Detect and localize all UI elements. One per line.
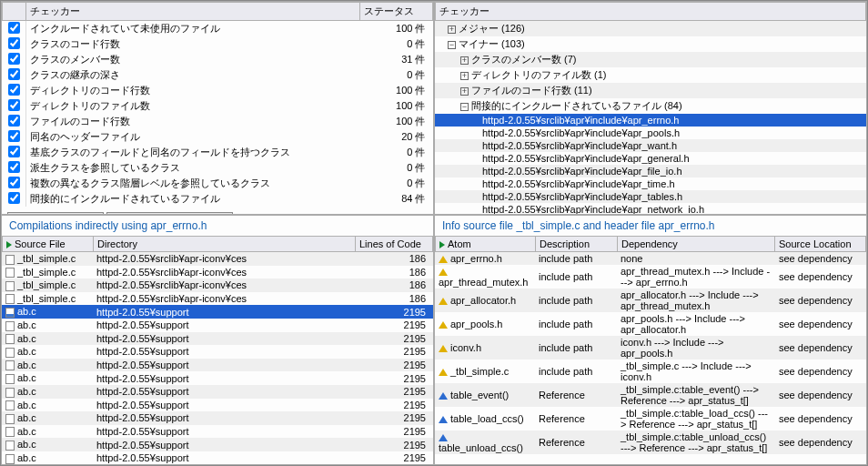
atom-icon — [439, 434, 448, 441]
checker-row[interactable]: 複数の異なるクラス階層レベルを参照しているクラス0 件 — [3, 176, 433, 191]
table-row[interactable]: apr_pools.hinclude pathapr_pools.h ---> … — [435, 312, 866, 336]
tree-item[interactable]: +メジャー (126) — [435, 21, 866, 36]
checker-status: 0 件 — [360, 176, 433, 191]
table-row[interactable]: table_event()Reference_tbl_simple.c:tabl… — [435, 383, 866, 407]
tree-label: httpd-2.0.55¥srclib¥apr¥include¥apr_pool… — [482, 127, 680, 138]
table-row[interactable]: ab.chttpd-2.0.55¥support2195 — [2, 411, 433, 425]
checker-label: 派生クラスを参照しているクラス — [25, 160, 360, 176]
table-row[interactable]: ab.chttpd-2.0.55¥support2195 — [2, 305, 433, 319]
checker-row[interactable]: クラスのコード行数0 件 — [3, 36, 433, 52]
tree-label: ファイルのコード行数 (11) — [471, 85, 592, 96]
info-table[interactable]: apr_errno.hinclude pathnonesee dependenc… — [435, 252, 866, 454]
checker-checkbox[interactable] — [8, 84, 20, 96]
tree-item[interactable]: httpd-2.0.55¥srclib¥apr¥include¥apr_netw… — [435, 203, 866, 214]
checker-row[interactable]: ディレクトリのファイル数100 件 — [3, 98, 433, 114]
expand-icon[interactable]: + — [460, 72, 469, 80]
checker-row[interactable]: 同名のヘッダーファイル20 件 — [3, 129, 433, 145]
table-row[interactable]: _tbl_simple.chttpd-2.0.55¥srclib¥apr-ico… — [2, 292, 433, 306]
checker-checkbox[interactable] — [8, 115, 20, 127]
tree-item[interactable]: −間接的にインクルードされているファイル (84) — [435, 98, 866, 114]
expand-icon[interactable]: + — [460, 56, 469, 65]
checker-status: 0 件 — [360, 160, 433, 176]
tree-item[interactable]: httpd-2.0.55¥srclib¥apr¥include¥apr_tabl… — [435, 190, 866, 203]
file-icon — [5, 281, 15, 291]
tree-item[interactable]: httpd-2.0.55¥srclib¥apr¥include¥apr_gene… — [435, 152, 866, 165]
table-row[interactable]: ab.chttpd-2.0.55¥support2195 — [2, 371, 433, 385]
file-icon — [5, 414, 15, 424]
info-title: Info source file _tbl_simple.c and heade… — [435, 216, 866, 236]
checker-checkbox[interactable] — [8, 146, 20, 157]
table-row[interactable]: ab.chttpd-2.0.55¥support2195 — [2, 399, 433, 412]
table-row[interactable]: ab.chttpd-2.0.55¥support2195 — [2, 319, 433, 332]
checker-status: 100 件 — [360, 114, 433, 129]
checker-checkbox[interactable] — [8, 68, 20, 80]
expand-icon[interactable]: − — [448, 41, 456, 49]
table-row[interactable]: _tbl_simple.chttpd-2.0.55¥srclib¥apr-ico… — [2, 279, 433, 292]
table-row[interactable]: _tbl_simple.chttpd-2.0.55¥srclib¥apr-ico… — [2, 266, 433, 279]
table-row[interactable]: apr_errno.hinclude pathnonesee dependenc… — [435, 252, 866, 265]
file-icon — [5, 294, 15, 304]
file-icon — [5, 427, 15, 437]
table-row[interactable]: ab.chttpd-2.0.55¥support2195 — [2, 345, 433, 359]
checker-status: 31 件 — [360, 52, 433, 67]
tree-item[interactable]: httpd-2.0.55¥srclib¥apr¥include¥apr_pool… — [435, 127, 866, 139]
tree-view[interactable]: +メジャー (126)−マイナー (103)+クラスのメンバー数 (7)+ディレ… — [435, 21, 866, 214]
table-row[interactable]: apr_allocator.hinclude pathapr_allocator… — [435, 289, 866, 312]
table-row[interactable]: ab.chttpd-2.0.55¥support2195 — [2, 425, 433, 439]
checker-row[interactable]: クラスの継承の深さ0 件 — [3, 67, 433, 83]
table-row[interactable]: table_load_ccs()Reference_tbl_simple.c:t… — [435, 407, 866, 431]
tree-item[interactable]: +クラスのメンバー数 (7) — [435, 52, 866, 67]
checker-row[interactable]: ディレクトリのコード行数100 件 — [3, 83, 433, 98]
file-icon — [5, 348, 15, 358]
tree-label: httpd-2.0.55¥srclib¥apr¥include¥apr_time… — [482, 178, 675, 189]
compilations-table[interactable]: _tbl_simple.chttpd-2.0.55¥srclib¥apr-ico… — [2, 252, 433, 464]
expand-icon[interactable]: + — [448, 25, 456, 34]
expand-icon[interactable]: + — [460, 87, 469, 96]
checker-checkbox[interactable] — [8, 37, 20, 49]
atom-icon — [439, 416, 448, 423]
checker-row[interactable]: 派生クラスを参照しているクラス0 件 — [3, 160, 433, 176]
tree-item[interactable]: httpd-2.0.55¥srclib¥apr¥include¥apr_errn… — [435, 114, 866, 127]
table-row[interactable]: ab.chttpd-2.0.55¥support2195 — [2, 438, 433, 451]
tree-panel: チェッカー +メジャー (126)−マイナー (103)+クラスのメンバー数 (… — [434, 1, 867, 215]
table-row[interactable]: ab.chttpd-2.0.55¥support2195 — [2, 359, 433, 372]
checker-label: 基底クラスのフィールドと同名のフィールドを持つクラス — [25, 145, 360, 160]
checker-checkbox[interactable] — [8, 99, 20, 111]
checker-row[interactable]: 基底クラスのフィールドと同名のフィールドを持つクラス0 件 — [3, 145, 433, 160]
col-checker[interactable]: チェッカー — [25, 3, 360, 21]
checker-checkbox[interactable] — [8, 22, 20, 34]
tree-label: 間接的にインクルードされているファイル (84) — [471, 100, 682, 111]
table-row[interactable]: apr_thread_mutex.hinclude pathapr_thread… — [435, 265, 866, 289]
tree-item[interactable]: httpd-2.0.55¥srclib¥apr¥include¥apr_file… — [435, 165, 866, 177]
col-status[interactable]: ステータス — [360, 3, 433, 21]
table-row[interactable]: _tbl_simple.chttpd-2.0.55¥srclib¥apr-ico… — [2, 252, 433, 266]
checker-status: 100 件 — [360, 98, 433, 114]
checker-checkbox[interactable] — [8, 161, 20, 173]
checker-row[interactable]: インクルードされていて未使用のファイル100 件 — [3, 21, 433, 37]
tree-label: httpd-2.0.55¥srclib¥apr¥include¥apr_file… — [482, 166, 682, 177]
table-row[interactable]: ab.chttpd-2.0.55¥support2195 — [2, 385, 433, 399]
checker-row[interactable]: ファイルのコード行数100 件 — [3, 114, 433, 129]
checker-checkbox[interactable] — [8, 177, 20, 188]
file-icon — [5, 454, 15, 464]
checker-label: クラスの継承の深さ — [25, 67, 360, 83]
file-icon — [5, 388, 15, 398]
table-row[interactable]: ab.chttpd-2.0.55¥support2195 — [2, 451, 433, 464]
tree-item[interactable]: httpd-2.0.55¥srclib¥apr¥include¥apr_time… — [435, 177, 866, 190]
table-row[interactable]: ab.chttpd-2.0.55¥support2195 — [2, 332, 433, 346]
checker-checkbox[interactable] — [8, 130, 20, 142]
checker-row[interactable]: クラスのメンバー数31 件 — [3, 52, 433, 67]
checker-status: 0 件 — [360, 36, 433, 52]
table-row[interactable]: _tbl_simple.cinclude path_tbl_simple.c -… — [435, 360, 866, 383]
checker-row[interactable]: 間接的にインクルードされているファイル84 件 — [3, 191, 433, 207]
table-row[interactable]: iconv.hinclude pathiconv.h ---> Include … — [435, 336, 866, 360]
table-row[interactable]: table_unload_ccs()Reference_tbl_simple.c… — [435, 431, 866, 454]
tree-item[interactable]: httpd-2.0.55¥srclib¥apr¥include¥apr_want… — [435, 139, 866, 152]
tree-item[interactable]: +ファイルのコード行数 (11) — [435, 83, 866, 98]
tree-item[interactable]: +ディレクトリのファイル数 (1) — [435, 67, 866, 83]
tree-header[interactable]: チェッカー — [436, 3, 866, 21]
checker-checkbox[interactable] — [8, 192, 20, 204]
expand-icon[interactable]: − — [460, 103, 469, 111]
checker-checkbox[interactable] — [8, 53, 20, 65]
tree-item[interactable]: −マイナー (103) — [435, 36, 866, 52]
